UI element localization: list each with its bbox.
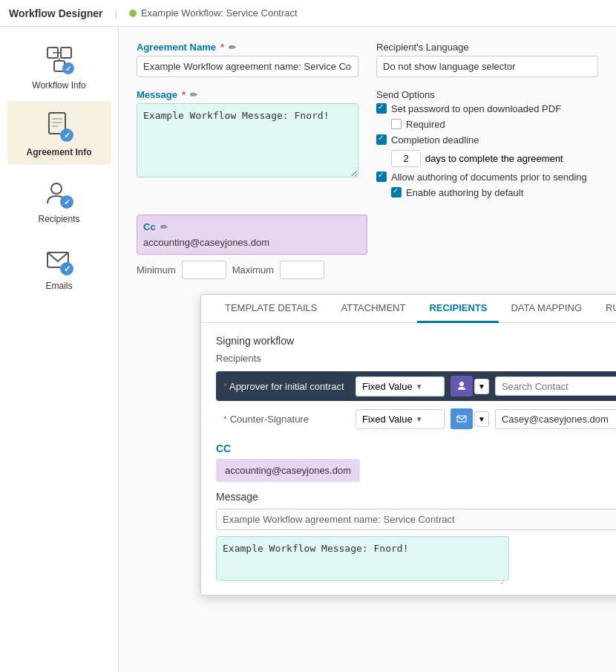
- sidebar-item-agreement-info[interactable]: ✓ Agreement Info: [7, 101, 111, 165]
- workflow-name: Example Workflow: Service Contract: [141, 7, 298, 19]
- language-input[interactable]: [376, 56, 598, 77]
- recipient-2-label: * Counter-Signature: [223, 414, 350, 425]
- recipients-subtitle: Recipients: [216, 353, 616, 364]
- sidebar-item-recipients[interactable]: ✓ Recipients: [7, 168, 111, 232]
- agreement-name-col: Agreement Name * ✏: [137, 42, 358, 77]
- checkbox-row-deadline: Completion deadline: [376, 134, 598, 146]
- checkbox-authoring-default[interactable]: [391, 187, 402, 198]
- message-body-textarea[interactable]: Example Workflow Message: Fnord!: [216, 536, 509, 581]
- sidebar-item-workflow-info[interactable]: ✓ Workflow Info: [7, 34, 111, 98]
- form-row-message: Message * ✏ Example Workflow Message: Fn…: [137, 89, 598, 203]
- tab-recipients[interactable]: RECIPIENTS: [417, 295, 499, 323]
- recipients-label: Recipients: [38, 214, 79, 224]
- emails-icon: ✓: [42, 242, 77, 278]
- sidebar: ✓ Workflow Info ✓ Agreement Info: [0, 27, 119, 672]
- recipient-1-search-input[interactable]: [502, 381, 616, 392]
- svg-text:✓: ✓: [64, 264, 71, 273]
- language-col: Recipient's Language: [376, 42, 598, 77]
- dropdown-arrow-1: ▼: [416, 382, 423, 391]
- svg-text:✓: ✓: [64, 131, 71, 140]
- send-options-col: Send Options Set password to open downlo…: [376, 89, 598, 203]
- checkbox-row-password: Set password to open downloaded PDF: [376, 103, 598, 114]
- maximum-input[interactable]: [280, 261, 324, 279]
- svg-point-19: [459, 382, 464, 386]
- cc-section-value: accounting@caseyjones.dom: [216, 459, 360, 482]
- checkbox-password[interactable]: [376, 103, 387, 114]
- cc-section: CC accounting@caseyjones.dom: [216, 443, 616, 482]
- tabs-content: Signing workflow Recipients * Approver f…: [201, 323, 616, 595]
- svg-rect-1: [61, 48, 71, 58]
- sidebar-item-emails[interactable]: ✓ Emails: [7, 235, 111, 299]
- cc-value: accounting@caseyjones.dom: [143, 237, 361, 248]
- svg-text:✓: ✓: [64, 198, 71, 206]
- checkbox-deadline[interactable]: [376, 134, 387, 145]
- message-section: Message Example Workflow Message: Fnord!: [216, 491, 616, 583]
- resize-handle[interactable]: [500, 574, 509, 583]
- message-body-wrap: Example Workflow Message: Fnord!: [216, 536, 509, 583]
- svg-point-13: [51, 183, 62, 194]
- message-label: Message * ✏: [137, 89, 358, 100]
- recipient-2-required: *: [223, 414, 227, 425]
- checkbox-row-authoring-default: Enable authoring by default: [391, 187, 598, 198]
- main-layout: ✓ Workflow Info ✓ Agreement Info: [0, 27, 616, 672]
- checkbox-row-authoring: Allow authoring of documents prior to se…: [376, 172, 598, 183]
- edit-agreement-name-icon[interactable]: ✏: [229, 42, 236, 53]
- agreement-info-label: Agreement Info: [26, 147, 91, 157]
- agreement-info-icon: ✓: [42, 108, 77, 144]
- checkbox-required[interactable]: [391, 119, 402, 129]
- recipient-1-label: * Approver for initial contract: [223, 381, 350, 392]
- recipient-2-type-arrow[interactable]: ▼: [474, 411, 489, 427]
- checkbox-row-required: Required: [391, 119, 598, 130]
- recipient-row-1: * Approver for initial contract Fixed Va…: [216, 371, 616, 401]
- workflow-info-icon: ✓: [42, 42, 77, 77]
- agreement-name-input[interactable]: [137, 56, 358, 77]
- recipient-1-type-dropdown[interactable]: Fixed Value ▼: [355, 376, 445, 397]
- agreement-name-label: Agreement Name * ✏: [137, 42, 358, 53]
- dropdown-arrow-2: ▼: [416, 415, 423, 423]
- recipients-icon: ✓: [42, 175, 77, 211]
- cc-section-label: CC: [216, 443, 616, 454]
- tab-template-details[interactable]: TEMPLATE DETAILS: [213, 295, 330, 323]
- app-title: Workflow Designer: [9, 7, 103, 19]
- form-row-agreement-name: Agreement Name * ✏ Recipient's Language: [137, 42, 598, 77]
- send-options-label: Send Options: [376, 89, 598, 100]
- edit-message-icon[interactable]: ✏: [190, 90, 197, 100]
- workflow-status-dot: [129, 10, 137, 17]
- message-textarea[interactable]: Example Workflow Message: Fnord!: [137, 103, 358, 177]
- cc-area: Cc ✏ accounting@caseyjones.dom: [137, 215, 367, 255]
- signing-workflow-title: Signing workflow: [216, 335, 616, 347]
- message-required: *: [182, 89, 186, 100]
- min-max-row: Minimum Maximum: [137, 261, 598, 279]
- workflow-info-label: Workflow Info: [32, 80, 85, 91]
- svg-text:✓: ✓: [65, 65, 71, 73]
- edit-cc-icon[interactable]: ✏: [160, 222, 168, 232]
- recipient-1-type-arrow[interactable]: ▼: [474, 379, 489, 394]
- days-input[interactable]: [391, 150, 421, 167]
- emails-label: Emails: [45, 281, 72, 291]
- recipient-2-type-btn-group: ▼: [450, 408, 489, 429]
- separator: |: [115, 7, 117, 19]
- message-section-label: Message: [216, 491, 616, 503]
- recipient-1-required: *: [223, 381, 227, 392]
- recipient-2-type-dropdown[interactable]: Fixed Value ▼: [355, 409, 445, 429]
- tabs-nav: TEMPLATE DETAILS ATTACHMENT RECIPIENTS D…: [201, 295, 616, 323]
- recipient-row-2: * Counter-Signature Fixed Value ▼ ▼: [216, 404, 616, 434]
- recipient-2-email-btn[interactable]: [450, 408, 473, 429]
- recipient-1-type-btn-group: ▼: [450, 376, 489, 397]
- recipient-1-person-btn[interactable]: [450, 376, 473, 397]
- required-asterisk: *: [220, 42, 224, 53]
- tabs-card: TEMPLATE DETAILS ATTACHMENT RECIPIENTS D…: [200, 294, 616, 596]
- cc-label: Cc ✏: [143, 221, 361, 232]
- recipient-2-email-input[interactable]: [495, 409, 616, 429]
- message-name-input[interactable]: [216, 509, 616, 530]
- tab-data-mapping[interactable]: DATA MAPPING: [499, 295, 594, 323]
- days-row: days to complete the agreement: [391, 150, 598, 167]
- recipient-1-search[interactable]: 🔍: [495, 376, 616, 396]
- message-col: Message * ✏ Example Workflow Message: Fn…: [137, 89, 358, 203]
- content-area: Agreement Name * ✏ Recipient's Language …: [119, 27, 616, 672]
- minimum-input[interactable]: [182, 261, 226, 279]
- tab-attachment[interactable]: ATTACHMENT: [330, 295, 418, 323]
- top-bar: Workflow Designer | Example Workflow: Se…: [0, 0, 616, 27]
- checkbox-authoring[interactable]: [376, 172, 387, 182]
- tab-rules[interactable]: RULES: [594, 295, 616, 323]
